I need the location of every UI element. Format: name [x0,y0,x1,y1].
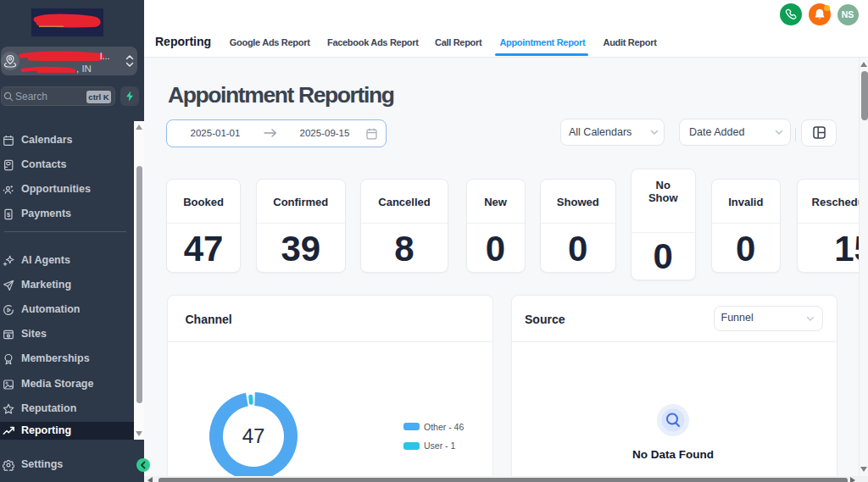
svg-text:$: $ [7,211,11,219]
